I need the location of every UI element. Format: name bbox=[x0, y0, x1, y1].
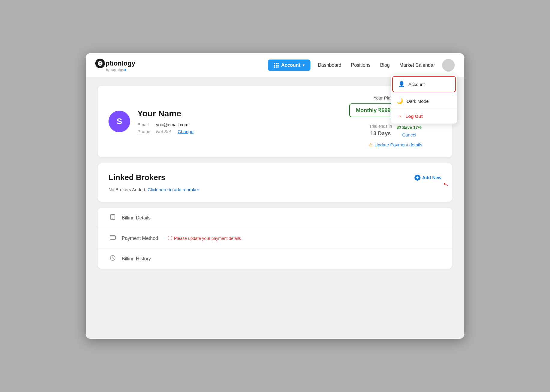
phone-change-link[interactable]: Change bbox=[178, 129, 194, 134]
no-brokers-label: No Brokers Added. bbox=[108, 187, 146, 192]
logout-icon: → bbox=[396, 113, 402, 119]
payment-alert-text: Please update your payment details bbox=[174, 236, 241, 241]
main-nav: Dashboard Positions Blog Market Calendar bbox=[318, 63, 435, 68]
nav-positions[interactable]: Positions bbox=[351, 63, 371, 68]
phone-label: Phone bbox=[137, 129, 152, 134]
add-new-label: Add New bbox=[422, 175, 442, 180]
cancel-link[interactable]: Cancel bbox=[402, 132, 416, 137]
nav-blog[interactable]: Blog bbox=[380, 63, 390, 68]
user-avatar[interactable] bbox=[442, 59, 455, 72]
nav-dashboard[interactable]: Dashboard bbox=[318, 63, 341, 68]
dropdown-account-label: Account bbox=[408, 82, 425, 87]
logo-icon bbox=[95, 59, 105, 68]
payment-method-label: Payment Method bbox=[122, 236, 158, 241]
avatar: S bbox=[108, 111, 130, 132]
email-label: Email bbox=[137, 122, 152, 127]
profile-fields: Email you@email.com Phone Not Set Change bbox=[137, 122, 349, 134]
dropdown-logout[interactable]: → Log Out bbox=[391, 109, 457, 124]
add-icon: + bbox=[414, 175, 420, 181]
dropdown-logout-label: Log Out bbox=[405, 114, 423, 119]
chevron-down-icon: ▾ bbox=[303, 63, 304, 67]
trial-info: Trial ends in 13 Days bbox=[369, 123, 392, 138]
billing-history-row[interactable]: Billing History bbox=[98, 249, 452, 269]
moon-icon: 🌙 bbox=[396, 98, 403, 104]
brokers-card: Linked Brokers + Add New ↖ No Brokers Ad… bbox=[98, 163, 452, 202]
add-broker-link[interactable]: Click here to add a broker bbox=[148, 187, 199, 192]
profile-left: S Your Name Email you@email.com Phone No… bbox=[108, 109, 349, 134]
person-icon: 👤 bbox=[398, 81, 405, 87]
save-badge: 🏷 Save 17% bbox=[397, 125, 422, 130]
logo: ptionlogy bbox=[95, 59, 135, 68]
billing-history-icon bbox=[108, 255, 117, 263]
update-payment-label: Update Payment details bbox=[374, 142, 422, 147]
update-payment-row[interactable]: ⚠ Update Payment details bbox=[349, 142, 442, 148]
logo-text: ptionlogy bbox=[105, 60, 135, 67]
avatar-letter: S bbox=[117, 117, 122, 126]
billing-details-label: Billing Details bbox=[122, 215, 151, 221]
profile-info: Your Name Email you@email.com Phone Not … bbox=[137, 109, 349, 134]
phone-field-row: Phone Not Set Change bbox=[137, 129, 349, 134]
plan-save-row: Trial ends in 13 Days 🏷 Save 17% Cancel bbox=[349, 123, 442, 139]
logo-area: ptionlogy by capitsign bbox=[95, 59, 135, 72]
billing-card: Billing Details Payment Method ⓘ Please … bbox=[98, 208, 452, 269]
nav-market-calendar[interactable]: Market Calendar bbox=[399, 63, 435, 68]
trial-label: Trial ends in bbox=[369, 124, 392, 129]
no-brokers-text: No Brokers Added. Click here to add a br… bbox=[108, 187, 442, 192]
email-value: you@email.com bbox=[156, 122, 188, 127]
dropdown-dark-mode[interactable]: 🌙 Dark Mode bbox=[391, 93, 457, 109]
brokers-header: Linked Brokers + Add New ↖ bbox=[108, 173, 442, 182]
cursor-icon: ↖ bbox=[443, 180, 449, 189]
payment-alert: ⓘ Please update your payment details bbox=[168, 235, 241, 241]
add-new-button[interactable]: + Add New bbox=[414, 175, 442, 181]
dropdown-account[interactable]: 👤 Account bbox=[392, 76, 456, 92]
svg-rect-4 bbox=[110, 236, 115, 240]
brokers-title: Linked Brokers bbox=[108, 173, 414, 182]
alert-circle-icon: ⓘ bbox=[168, 235, 172, 241]
billing-details-icon bbox=[108, 214, 117, 222]
logo-subtitle: by capitsign bbox=[106, 68, 135, 72]
save-text: Save 17% bbox=[402, 125, 422, 130]
warning-icon: ⚠ bbox=[368, 142, 373, 148]
dropdown-dark-mode-label: Dark Mode bbox=[407, 99, 429, 104]
billing-history-label: Billing History bbox=[122, 256, 151, 262]
payment-method-icon bbox=[108, 234, 117, 242]
payment-method-row[interactable]: Payment Method ⓘ Please update your paym… bbox=[98, 228, 452, 249]
dropdown-menu: 👤 Account 🌙 Dark Mode → Log Out bbox=[391, 75, 457, 124]
app-window: ptionlogy by capitsign Account ▾ Dashboa… bbox=[86, 53, 464, 339]
account-button-label: Account bbox=[281, 63, 300, 68]
add-new-area: + Add New ↖ bbox=[414, 175, 442, 181]
account-menu-button[interactable]: Account ▾ bbox=[268, 60, 310, 71]
nav-center: Account ▾ bbox=[268, 60, 310, 71]
grid-icon bbox=[274, 63, 279, 68]
trial-days: 13 Days bbox=[369, 130, 392, 138]
email-field-row: Email you@email.com bbox=[137, 122, 349, 127]
billing-details-row[interactable]: Billing Details bbox=[98, 208, 452, 228]
phone-value: Not Set bbox=[156, 129, 171, 134]
header: ptionlogy by capitsign Account ▾ Dashboa… bbox=[86, 53, 464, 77]
tag-icon: 🏷 bbox=[397, 125, 401, 130]
profile-name: Your Name bbox=[137, 109, 349, 118]
